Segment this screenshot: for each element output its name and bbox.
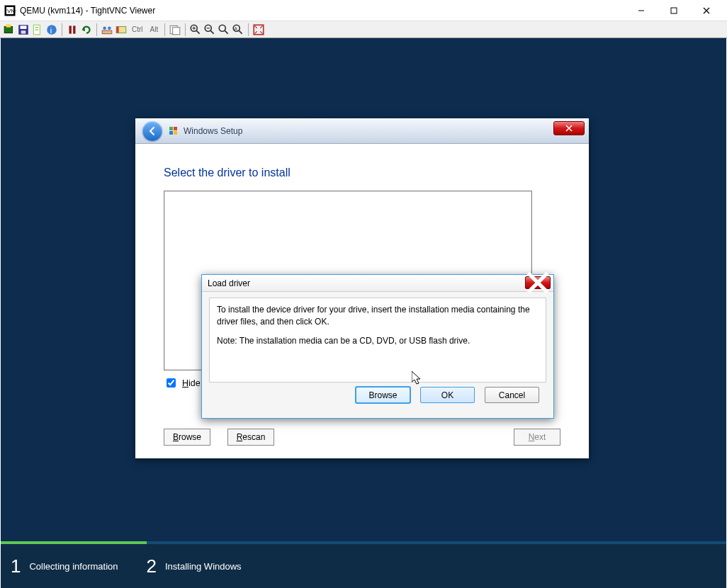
zoom-100-icon[interactable] <box>218 23 230 36</box>
svg-rect-45 <box>174 127 177 130</box>
svg-point-22 <box>108 26 111 30</box>
svg-line-37 <box>239 30 242 34</box>
vnc-toolbar: i Ctrl Alt A <box>0 21 727 38</box>
svg-line-43 <box>260 31 262 33</box>
ctrl-esc-icon[interactable] <box>115 23 128 36</box>
load-driver-text: To install the device driver for your dr… <box>209 298 546 383</box>
load-driver-close-button[interactable] <box>525 276 551 289</box>
svg-rect-26 <box>173 27 180 34</box>
progress-bar <box>1 541 726 544</box>
svg-rect-47 <box>174 131 177 135</box>
zoom-in-icon[interactable] <box>189 23 202 36</box>
svg-point-21 <box>103 26 106 30</box>
toolbar-separator <box>185 23 186 36</box>
modal-browse-button[interactable]: Browse <box>356 387 410 403</box>
wizard-title: Windows Setup <box>184 126 242 136</box>
step-1: 1 Collecting information <box>11 555 118 577</box>
svg-line-28 <box>196 30 200 34</box>
pause-icon[interactable] <box>66 23 79 36</box>
toolbar-separator <box>96 23 97 36</box>
step-2-label: Installing Windows <box>165 561 242 572</box>
vnc-app-icon: VNC <box>4 5 16 16</box>
load-driver-dialog: Load driver To install the device driver… <box>201 274 554 419</box>
save-icon[interactable] <box>17 23 30 36</box>
fullscreen-icon[interactable] <box>252 23 265 36</box>
load-driver-body: To install the device driver for your dr… <box>202 292 553 409</box>
next-button[interactable]: NextNext <box>514 429 560 446</box>
svg-line-40 <box>255 26 257 28</box>
svg-text:i: i <box>50 26 52 34</box>
svg-rect-24 <box>116 26 118 33</box>
load-driver-buttons: Browse OK Cancel <box>209 383 546 403</box>
cad-icon[interactable] <box>101 23 113 36</box>
windows-setup-window: Windows Setup Select the driver to insta… <box>135 118 589 458</box>
progress-fill <box>1 541 147 544</box>
close-button[interactable] <box>690 0 723 21</box>
remote-desktop[interactable]: Windows Setup Select the driver to insta… <box>1 38 726 588</box>
load-driver-title: Load driver <box>208 278 250 288</box>
ctrl-key-toggle[interactable]: Ctrl <box>129 24 146 35</box>
svg-rect-44 <box>169 127 173 130</box>
browse-button[interactable]: BrowseBrowse <box>164 429 210 446</box>
toolbar-separator <box>164 23 165 36</box>
svg-point-34 <box>219 25 225 31</box>
svg-line-41 <box>260 26 262 28</box>
svg-line-32 <box>210 30 214 34</box>
svg-rect-18 <box>73 26 75 33</box>
svg-rect-11 <box>21 30 26 34</box>
zoom-auto-icon[interactable]: A <box>232 23 244 36</box>
refresh-icon[interactable] <box>80 23 93 36</box>
info-icon[interactable]: i <box>45 23 58 36</box>
svg-rect-46 <box>169 131 173 135</box>
toolbar-separator <box>62 23 62 36</box>
svg-line-35 <box>225 30 228 34</box>
wizard-close-button[interactable] <box>553 121 585 135</box>
toolbar-separator <box>248 23 249 36</box>
step-1-number: 1 <box>11 555 21 577</box>
maximize-button[interactable] <box>658 0 690 21</box>
svg-rect-7 <box>4 26 12 33</box>
hide-incompatible-checkbox[interactable] <box>167 378 176 388</box>
svg-rect-10 <box>21 26 27 29</box>
wizard-body: Select the driver to install HHide drive… <box>135 144 589 458</box>
step-2-number: 2 <box>146 555 156 577</box>
setup-flag-icon <box>168 125 179 137</box>
rescan-button[interactable]: RescanRescan <box>227 429 274 446</box>
load-driver-line1: To install the device driver for your dr… <box>217 304 539 328</box>
progress-steps: 1 Collecting information 2 Installing Wi… <box>1 544 726 588</box>
svg-rect-20 <box>102 30 112 34</box>
modal-cancel-button[interactable]: Cancel <box>485 387 539 403</box>
alt-key-toggle[interactable]: Alt <box>147 24 162 35</box>
svg-rect-8 <box>6 24 11 28</box>
minimize-button[interactable] <box>625 0 658 21</box>
load-driver-header: Load driver <box>202 275 553 292</box>
load-driver-line2: Note: The installation media can be a CD… <box>217 335 539 347</box>
zoom-out-icon[interactable] <box>203 23 216 36</box>
vnc-window-title: QEMU (kvm114) - TightVNC Viewer <box>20 6 625 16</box>
svg-text:VNC: VNC <box>7 8 16 14</box>
wizard-header: Windows Setup <box>135 118 589 144</box>
svg-text:A: A <box>235 26 238 31</box>
wizard-button-row: BrowseBrowse RescanRescan NextNext <box>164 429 560 446</box>
back-button[interactable] <box>142 121 162 141</box>
vnc-titlebar: VNC QEMU (kvm114) - TightVNC Viewer <box>0 0 727 21</box>
progress-band: 1 Collecting information 2 Installing Wi… <box>1 541 726 588</box>
transfer-icon[interactable] <box>169 23 181 36</box>
options-icon[interactable] <box>31 23 44 36</box>
step-1-label: Collecting information <box>29 561 118 572</box>
svg-rect-17 <box>69 26 72 33</box>
svg-line-42 <box>255 31 257 33</box>
new-connection-icon[interactable] <box>3 23 16 36</box>
step-2: 2 Installing Windows <box>146 555 241 577</box>
page-title: Select the driver to install <box>164 166 560 179</box>
svg-rect-4 <box>671 8 677 13</box>
modal-ok-button[interactable]: OK <box>420 387 475 403</box>
